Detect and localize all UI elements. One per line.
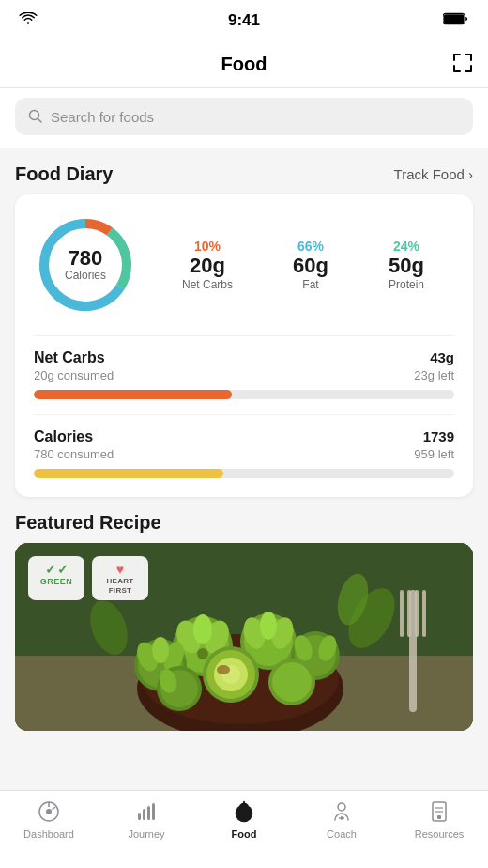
ring-center: 780 Calories	[65, 248, 106, 282]
status-time: 9:41	[228, 11, 260, 30]
food-diary-header: Food Diary Track Food ›	[0, 148, 488, 194]
heart-badge-label: HEARTFIRST	[106, 577, 133, 595]
macro-carbs: 10% 20g Net Carbs	[182, 239, 233, 291]
featured-recipe-section: Featured Recipe	[0, 497, 488, 731]
nav-item-coach[interactable]: Coach	[309, 798, 374, 840]
svg-point-36	[217, 665, 230, 674]
divider-2	[34, 414, 454, 415]
dashboard-icon	[36, 798, 62, 825]
status-bar: 9:41	[0, 0, 488, 41]
calories-left: 959 left	[414, 447, 454, 461]
svg-rect-54	[138, 813, 141, 820]
heart-first-badge: ♥ HEARTFIRST	[92, 556, 148, 600]
nav-item-resources[interactable]: Resources	[406, 798, 472, 840]
nav-item-journey[interactable]: Journey	[114, 798, 179, 840]
calories-progress: Calories 1739 780 consumed 959 left	[34, 428, 454, 478]
svg-rect-68	[437, 815, 441, 819]
net-carbs-bar-fill	[34, 390, 232, 399]
svg-point-16	[193, 614, 212, 644]
main-content: Food Diary Track Food › 780 Calor	[0, 148, 488, 790]
svg-point-62	[338, 803, 345, 811]
featured-recipe-title: Featured Recipe	[0, 512, 488, 543]
calories-name: Calories	[34, 428, 93, 445]
nav-item-dashboard[interactable]: Dashboard	[16, 798, 82, 840]
svg-rect-55	[143, 809, 145, 820]
recipe-badges: ✓✓ GREEN ♥ HEARTFIRST	[28, 556, 148, 600]
protein-name: Protein	[389, 278, 424, 291]
carbs-grams: 20g	[182, 256, 233, 276]
svg-rect-56	[147, 806, 150, 820]
svg-point-27	[152, 637, 169, 663]
svg-point-60	[241, 811, 247, 816]
nav-item-food[interactable]: Food	[211, 798, 277, 840]
journey-icon	[133, 798, 160, 825]
svg-rect-49	[422, 590, 426, 637]
net-carbs-bar-bg	[34, 390, 454, 399]
net-carbs-name: Net Carbs	[34, 349, 105, 366]
expand-icon[interactable]	[452, 53, 473, 77]
net-carbs-progress: Net Carbs 43g 20g consumed 23g left	[34, 349, 454, 399]
net-carbs-left: 23g left	[414, 368, 454, 382]
svg-point-41	[272, 662, 312, 702]
track-food-link[interactable]: Track Food ›	[394, 166, 473, 182]
calorie-ring: 780 Calories	[34, 213, 137, 317]
nav-label-coach: Coach	[327, 829, 357, 840]
search-placeholder: Search for foods	[51, 109, 154, 125]
svg-point-17	[197, 648, 208, 659]
svg-rect-47	[407, 590, 411, 637]
search-container: Search for foods	[0, 88, 488, 148]
nav-label-journey: Journey	[128, 829, 164, 840]
green-badge-label: GREEN	[40, 577, 73, 586]
nav-label-food: Food	[232, 829, 257, 840]
food-diary-title: Food Diary	[15, 163, 113, 185]
fat-pct: 66%	[293, 239, 328, 254]
resources-icon	[426, 798, 452, 825]
diary-card: 780 Calories 10% 20g Net Carbs 66% 60g F…	[15, 194, 473, 497]
protein-grams: 50g	[389, 256, 424, 276]
fat-name: Fat	[293, 278, 328, 291]
battery-icon	[443, 12, 469, 29]
divider-1	[34, 335, 454, 336]
carbs-pct: 10%	[182, 239, 233, 254]
ring-calories-value: 780	[65, 248, 106, 269]
svg-point-22	[260, 612, 277, 640]
svg-point-51	[46, 809, 52, 814]
svg-line-3	[38, 119, 42, 123]
food-icon	[231, 798, 257, 825]
coach-icon	[328, 798, 355, 825]
wifi-icon	[19, 12, 38, 29]
svg-rect-1	[444, 14, 464, 23]
calories-total: 1739	[423, 428, 454, 444]
svg-rect-57	[152, 803, 155, 820]
macro-row: 780 Calories 10% 20g Net Carbs 66% 60g F…	[34, 213, 454, 317]
svg-rect-48	[415, 590, 419, 637]
search-bar[interactable]: Search for foods	[15, 98, 473, 135]
calories-bar-bg	[34, 469, 454, 478]
page-header: Food	[0, 41, 488, 88]
carbs-name: Net Carbs	[182, 278, 233, 291]
macro-protein: 24% 50g Protein	[389, 239, 424, 291]
svg-rect-46	[400, 590, 404, 637]
nav-label-resources: Resources	[415, 829, 465, 840]
ring-calories-label: Calories	[65, 269, 106, 282]
macro-fat: 66% 60g Fat	[293, 239, 328, 291]
recipe-image[interactable]: ✓✓ GREEN ♥ HEARTFIRST	[15, 543, 473, 731]
net-carbs-total: 43g	[430, 349, 454, 365]
calories-bar-fill	[34, 469, 223, 478]
macro-columns: 10% 20g Net Carbs 66% 60g Fat 24% 50g Pr…	[152, 239, 454, 291]
green-badge: ✓✓ GREEN	[28, 556, 84, 600]
svg-line-53	[53, 807, 56, 810]
nav-label-dashboard: Dashboard	[23, 829, 74, 840]
net-carbs-consumed: 20g consumed	[34, 368, 114, 382]
page-title: Food	[221, 54, 267, 75]
protein-pct: 24%	[389, 239, 424, 254]
calories-consumed: 780 consumed	[34, 447, 114, 461]
recipe-bg: ✓✓ GREEN ♥ HEARTFIRST	[15, 543, 473, 731]
bottom-nav: Dashboard Journey Food	[0, 790, 488, 868]
search-icon	[28, 109, 43, 124]
fat-grams: 60g	[293, 256, 328, 276]
